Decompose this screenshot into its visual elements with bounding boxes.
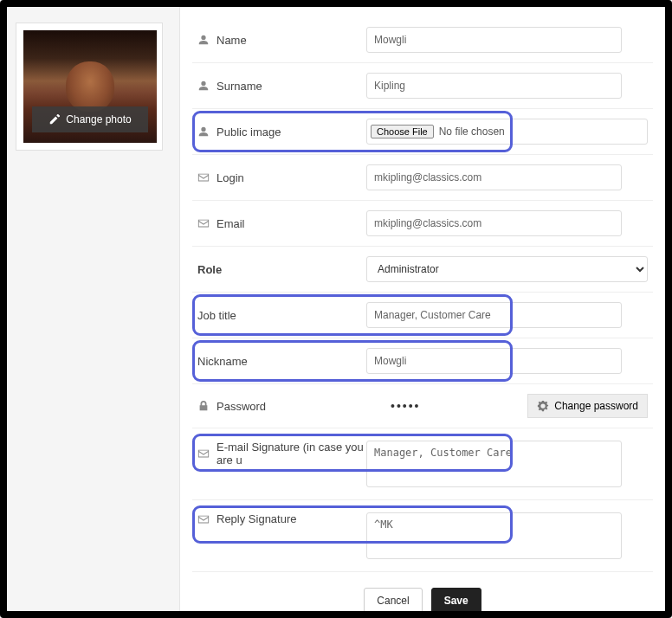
mail-icon	[197, 513, 210, 525]
app-frame: Change photo Name	[0, 0, 672, 618]
gear-icon	[537, 400, 549, 412]
row-public-image: Public image Choose File No file chosen	[192, 109, 653, 155]
row-name: Name	[192, 17, 653, 63]
file-status-text: No file chosen	[439, 126, 505, 138]
label-password: Password	[216, 400, 266, 413]
nickname-input[interactable]	[366, 348, 622, 374]
surname-input[interactable]	[366, 73, 622, 99]
layout: Change photo Name	[7, 7, 665, 611]
reply-signature-input[interactable]	[366, 512, 622, 559]
main-form: Name Surname	[180, 7, 665, 611]
label-name: Name	[216, 34, 247, 47]
label-email: Email	[216, 217, 245, 230]
row-nickname: Nickname	[192, 338, 653, 384]
mail-icon	[197, 447, 210, 460]
label-surname: Surname	[216, 80, 262, 93]
password-masked: •••••	[366, 399, 421, 413]
lock-icon	[197, 400, 210, 412]
row-login: Login	[192, 155, 653, 201]
pencil-icon	[48, 113, 61, 126]
login-input[interactable]	[366, 164, 622, 190]
save-button[interactable]: Save	[431, 588, 481, 611]
label-role: Role	[197, 263, 222, 276]
label-public-image: Public image	[216, 126, 281, 138]
person-icon	[197, 34, 210, 46]
photo-card: Change photo	[16, 23, 163, 151]
job-title-input[interactable]	[366, 302, 622, 328]
choose-file-button[interactable]: Choose File	[371, 125, 434, 138]
label-nickname: Nickname	[197, 355, 248, 368]
role-select[interactable]: Administrator	[366, 256, 648, 282]
email-signature-input[interactable]	[366, 441, 622, 487]
avatar: Change photo	[23, 30, 157, 143]
form-footer: Cancel Save	[192, 572, 653, 611]
change-password-button[interactable]: Change password	[527, 394, 648, 418]
file-input-wrap: Choose File No file chosen	[366, 119, 648, 145]
row-email: Email	[192, 201, 653, 247]
row-reply-signature: Reply Signature	[192, 500, 653, 572]
mail-icon	[197, 171, 210, 183]
mail-icon	[197, 217, 210, 229]
email-input[interactable]	[366, 210, 622, 236]
row-password: Password ••••• Change password	[192, 384, 653, 428]
name-input[interactable]	[366, 27, 622, 53]
label-email-signature: E-mail Signature (in case you are u	[216, 441, 366, 467]
person-icon	[197, 126, 210, 138]
change-photo-label: Change photo	[66, 113, 131, 126]
sidebar: Change photo	[7, 7, 180, 611]
row-job-title: Job title	[192, 293, 653, 338]
person-icon	[197, 80, 210, 92]
row-surname: Surname	[192, 63, 653, 109]
row-email-signature: E-mail Signature (in case you are u	[192, 428, 653, 500]
label-reply-signature: Reply Signature	[216, 512, 297, 525]
cancel-button[interactable]: Cancel	[364, 588, 422, 611]
label-login: Login	[216, 171, 244, 184]
change-password-label: Change password	[554, 400, 638, 412]
row-role: Role Administrator	[192, 247, 653, 293]
label-job-title: Job title	[197, 309, 236, 322]
change-photo-button[interactable]: Change photo	[32, 106, 148, 132]
